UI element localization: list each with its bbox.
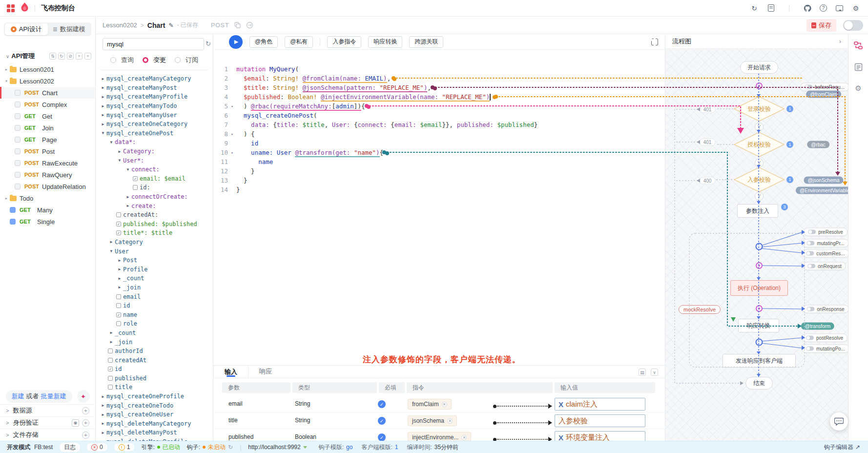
ops-tree-item[interactable]: ✓id: [96, 365, 213, 374]
flow-hook-preresolve[interactable]: preResolve: [804, 228, 847, 236]
checkbox-icon[interactable]: [108, 385, 113, 390]
ops-tree-item[interactable]: ▶create:: [96, 201, 213, 210]
sort-icon[interactable]: ⇅: [49, 53, 56, 60]
ops-tree-item[interactable]: ▼mysql_createOnePost: [96, 129, 213, 138]
hook-editor-link[interactable]: 钩子编辑器↗: [824, 443, 860, 452]
flow-node-transform[interactable]: 响应转换: [738, 319, 779, 332]
flow-hook-onresponse[interactable]: onResponse: [802, 305, 848, 313]
chat-bubble-button[interactable]: [830, 412, 848, 431]
tree-arrow-icon[interactable]: ▶: [108, 240, 115, 244]
tree-arrow-icon[interactable]: ▶: [100, 421, 106, 426]
tree-arrow-icon[interactable]: ▶: [100, 77, 106, 81]
ops-tree-item[interactable]: ▶mysql_deleteManyProfile: [96, 437, 213, 441]
filter-off-icon[interactable]: ⊘: [67, 53, 74, 60]
tree-arrow-icon[interactable]: ▾: [4, 79, 9, 83]
api-doc-icon[interactable]: [766, 4, 775, 13]
sidebar-item-Get[interactable]: GETGet: [0, 110, 95, 122]
graphql-code-editor[interactable]: 1mutation MyQuery(2 $email: String! @fro…: [213, 50, 665, 365]
checkbox-icon[interactable]: [116, 212, 121, 217]
ops-tree-item[interactable]: id: [96, 301, 213, 310]
ops-tree-item[interactable]: ✓published: $published: [96, 220, 213, 229]
sidebar-item-UpdateRelation[interactable]: POSTUpdateRelation: [0, 181, 95, 192]
github-icon[interactable]: [803, 4, 812, 13]
copy-icon[interactable]: [234, 21, 241, 29]
toolbar-button-角色[interactable]: @角色: [249, 36, 278, 48]
ops-tree-item[interactable]: ▶_count: [96, 329, 213, 338]
tree-arrow-icon[interactable]: ▶: [116, 149, 123, 154]
flow-node-input-check[interactable]: 入参校验: [734, 167, 785, 192]
warning-counter[interactable]: !1: [114, 443, 135, 451]
chevron-down-icon[interactable]: ∨: [6, 54, 9, 59]
toolbar-button-跨源关联[interactable]: 跨源关联: [409, 36, 443, 48]
ops-tree-item[interactable]: ✓email: $email: [96, 174, 213, 184]
ops-tree-item[interactable]: ▶_join: [96, 337, 213, 347]
sidebar-item-Complex[interactable]: POSTComplex: [0, 99, 95, 110]
ops-tree-item[interactable]: ▼User: [96, 247, 213, 256]
remove-directive-icon[interactable]: ✕: [461, 435, 467, 440]
tree-arrow-icon[interactable]: ▶: [100, 85, 106, 90]
flow-node-end[interactable]: 结束: [745, 377, 773, 390]
tree-arrow-icon[interactable]: ▶: [100, 403, 106, 408]
ops-tree-item[interactable]: createdAt: [96, 355, 213, 365]
panel-settings-gear-icon[interactable]: ⚙: [854, 84, 863, 93]
ops-tree-item[interactable]: ▶mysql_createOneUser: [96, 410, 213, 419]
new-link[interactable]: 新建: [12, 392, 24, 401]
input-value-field[interactable]: 入参校验: [555, 414, 645, 427]
hook-switch[interactable]: [808, 230, 816, 234]
ops-tree-item[interactable]: ▶mysql_createOneCategory: [96, 120, 213, 129]
radio-查询[interactable]: 查询: [110, 56, 134, 64]
search-input[interactable]: [103, 38, 204, 50]
flow-node-auth-check[interactable]: 登录校验: [734, 96, 785, 122]
add-icon[interactable]: +: [82, 407, 89, 414]
ops-tree-item[interactable]: ▶mysql_deleteManyPost: [96, 428, 213, 437]
ops-tree-item[interactable]: published: [96, 374, 213, 383]
ops-tree-item[interactable]: ▶mysql_createManyProfile: [96, 92, 213, 102]
rename-pencil-icon[interactable]: ✎: [168, 22, 173, 29]
sidebar-tab-data-model[interactable]: ≣数据建模: [48, 23, 91, 35]
collapse-chevron-icon[interactable]: ›: [839, 38, 841, 45]
save-button[interactable]: 保存: [806, 19, 836, 32]
flow-node-param-inject[interactable]: 参数注入: [737, 204, 778, 218]
hook-switch[interactable]: [807, 264, 815, 268]
ai-magic-button[interactable]: ✦: [77, 390, 90, 403]
flowchart-view-icon[interactable]: [854, 41, 863, 50]
fold-icon[interactable]: ▾: [228, 104, 236, 109]
refresh-icon[interactable]: ↻: [206, 40, 211, 47]
hook-switch[interactable]: [806, 347, 814, 351]
tree-arrow-icon[interactable]: ▶: [100, 113, 106, 117]
checkbox-icon[interactable]: ✓: [116, 230, 121, 235]
sidebar-section-数据源[interactable]: >数据源+: [0, 404, 95, 416]
sidebar-item-Single[interactable]: GETSingle: [0, 216, 95, 227]
log-button[interactable]: 日志: [60, 443, 80, 452]
tree-arrow-icon[interactable]: ▼: [108, 140, 115, 144]
add-icon[interactable]: +: [82, 419, 89, 427]
flow-hook-beforerequest[interactable]: beforeRequ...: [800, 83, 848, 91]
ops-tree-item[interactable]: ▶mysql_deleteManyCategory: [96, 419, 213, 429]
api-config-icon[interactable]: [854, 62, 863, 71]
ops-tree-item[interactable]: ▼User*:: [96, 156, 213, 165]
collapse-panel-icon[interactable]: ∨: [651, 369, 658, 376]
ops-tree-item[interactable]: ▶connectOrCreate:: [96, 192, 213, 202]
ops-tree-item[interactable]: ▶mysql_createManyUser: [96, 110, 213, 120]
ops-tree-item[interactable]: ▶mysql_createOneProfile: [96, 392, 213, 401]
hook-switch[interactable]: [806, 307, 814, 311]
sidebar-folder-Lesson0202[interactable]: ▾Lesson0202: [0, 75, 95, 87]
sync-icon[interactable]: ↻: [750, 4, 759, 13]
tree-arrow-icon[interactable]: ▶: [124, 204, 131, 208]
ops-tree-item[interactable]: ▶Profile: [96, 265, 213, 274]
sidebar-item-Page[interactable]: GETPage: [0, 134, 95, 145]
directive-chip[interactable]: jsonSchema✕: [408, 415, 457, 426]
radio-变更[interactable]: 变更: [143, 56, 166, 64]
ops-tree-item[interactable]: ▼connect:: [96, 165, 213, 174]
feedback-icon[interactable]: [835, 4, 844, 13]
checkbox-icon[interactable]: [108, 349, 113, 353]
input-value-field[interactable]: Xclaim注入: [555, 398, 645, 411]
io-tab-响应[interactable]: 响应: [248, 365, 283, 378]
flowchart-canvas[interactable]: 开始请求登录校验401Y授权校验401Y入参校验400Y参数注入1113执行 (…: [665, 49, 848, 441]
tree-arrow-icon[interactable]: ▸: [4, 196, 9, 201]
flow-hook-postresolve[interactable]: postResolve: [802, 334, 847, 342]
tree-arrow-icon[interactable]: ▼: [108, 249, 115, 253]
checkbox-icon[interactable]: ✓: [133, 176, 138, 181]
grid-logo-icon[interactable]: [7, 4, 15, 12]
checkbox-icon[interactable]: [116, 321, 121, 326]
